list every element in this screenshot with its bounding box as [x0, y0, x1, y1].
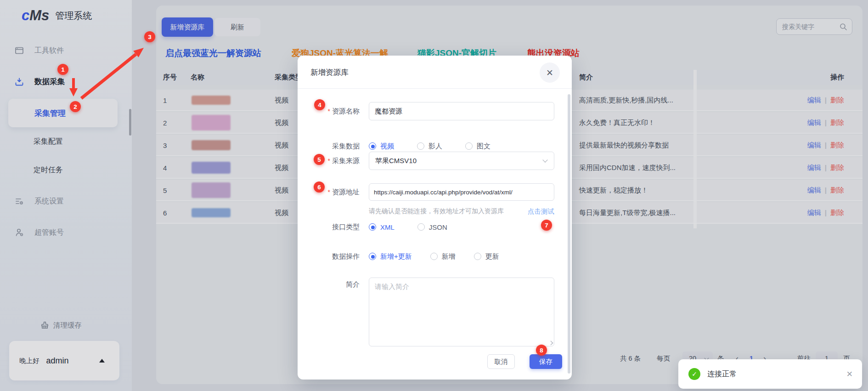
radio-add-update[interactable]: 新增+更新 [369, 252, 412, 261]
data-op-label: 数据操作 [298, 251, 360, 262]
radio-dot-icon [417, 142, 424, 150]
test-connection-link[interactable]: 点击测试 [528, 207, 554, 216]
radio-update[interactable]: 更新 [474, 252, 499, 261]
modal-title: 新增资源库 [310, 56, 349, 89]
toast-close-icon[interactable]: ✕ [846, 369, 853, 379]
save-button[interactable]: 保存 [530, 354, 562, 369]
chevron-down-icon [542, 157, 547, 162]
annotation-badge-2: 2 [70, 101, 81, 112]
collect-source-select[interactable]: 苹果CMSV10 [369, 152, 554, 170]
radio-xml[interactable]: XML [369, 223, 395, 231]
desc-textarea[interactable] [369, 278, 554, 346]
annotation-badge-5: 5 [314, 154, 325, 165]
add-resource-modal: 新增资源库 ✕ *资源名称 采集数据 视频 影人 图文 *采集来源 苹果CMSV… [298, 56, 572, 380]
radio-dot-icon [369, 253, 376, 260]
modal-scrollbar[interactable] [568, 94, 570, 374]
toast-message: 连接正常 [707, 369, 737, 379]
radio-article[interactable]: 图文 [465, 142, 490, 151]
radio-dot-icon [369, 142, 376, 150]
api-type-label: 接口类型 [298, 221, 360, 232]
annotation-badge-3: 3 [144, 31, 155, 42]
url-helper-text: 请先确认是否能连接，有效地址才可加入资源库 [369, 207, 504, 215]
url-label: *资源地址 [298, 183, 360, 201]
radio-dot-icon [474, 253, 481, 260]
radio-dot-icon [465, 142, 473, 150]
source-label: *采集来源 [298, 152, 360, 170]
radio-dot-icon [430, 253, 438, 260]
annotation-badge-4: 4 [314, 99, 325, 110]
desc-label: 简介 [298, 280, 360, 289]
radio-json[interactable]: JSON [417, 223, 447, 231]
check-icon: ✓ [688, 368, 700, 380]
resource-url-input[interactable] [369, 183, 554, 201]
radio-dot-icon [417, 223, 425, 231]
annotation-badge-8: 8 [536, 345, 547, 356]
radio-dot-icon [369, 223, 376, 231]
annotation-badge-6: 6 [314, 181, 325, 193]
name-label: *资源名称 [298, 102, 360, 120]
radio-actor[interactable]: 影人 [417, 142, 442, 151]
close-icon[interactable]: ✕ [540, 62, 560, 83]
collect-data-label: 采集数据 [298, 141, 360, 152]
modal-header: 新增资源库 ✕ [298, 56, 572, 89]
data-op-radio-group: 新增+更新 新增 更新 [369, 251, 522, 262]
annotation-badge-1: 1 [57, 64, 68, 75]
success-toast: ✓ 连接正常 ✕ [678, 359, 862, 389]
cancel-button[interactable]: 取消 [487, 354, 515, 369]
annotation-badge-7: 7 [541, 220, 552, 231]
radio-add[interactable]: 新增 [430, 252, 456, 261]
resource-name-input[interactable] [369, 102, 554, 120]
radio-video[interactable]: 视频 [369, 142, 394, 151]
collect-data-radio-group: 视频 影人 图文 [369, 141, 513, 152]
api-type-radio-group: XML JSON [369, 221, 470, 232]
